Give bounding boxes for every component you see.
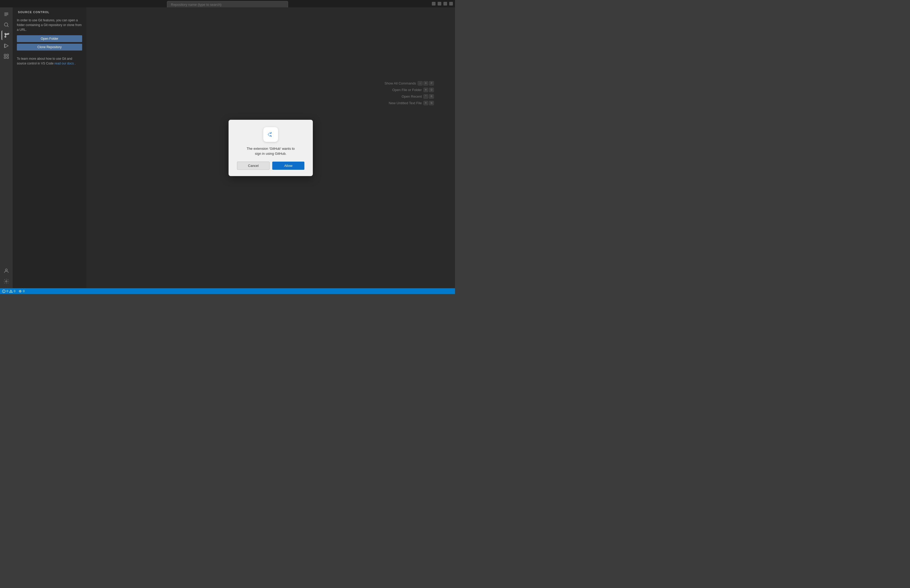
vscode-icon-container <box>263 127 278 142</box>
sidebar-item-run[interactable] <box>2 41 11 50</box>
svg-point-12 <box>5 281 7 282</box>
settings-icon[interactable] <box>2 277 11 286</box>
svg-point-4 <box>5 36 6 37</box>
dialog-buttons: Cancel Allow <box>237 162 304 170</box>
svg-line-1 <box>7 26 8 27</box>
titlebar <box>0 0 455 7</box>
main-area: Show All Commands ⇧ ⌘ P Open File or Fol… <box>86 7 455 288</box>
sidebar-item-explorer[interactable] <box>2 10 11 19</box>
clone-repository-button[interactable]: Clone Repository <box>17 44 82 50</box>
sidebar-description: In order to use Git features, you can op… <box>17 18 82 32</box>
ports-icon <box>18 289 22 293</box>
warning-icon <box>9 289 13 293</box>
svg-point-0 <box>5 23 8 26</box>
statusbar: 0 0 0 <box>0 288 455 294</box>
sidebar-item-search[interactable] <box>2 20 11 29</box>
dialog-message: The extension 'GitHub' wants to sign in … <box>247 146 295 156</box>
read-docs-link[interactable]: read our docs <box>55 61 74 65</box>
svg-point-22 <box>11 292 11 292</box>
learn-more-text: To learn more about how to use Git and s… <box>17 57 82 66</box>
repo-search-container[interactable] <box>167 1 288 8</box>
account-icon[interactable] <box>2 266 11 276</box>
split-button[interactable] <box>443 2 447 5</box>
svg-rect-8 <box>7 54 8 56</box>
svg-rect-10 <box>7 57 8 58</box>
svg-rect-9 <box>4 57 6 58</box>
sidebar-item-extensions[interactable] <box>2 52 11 61</box>
svg-marker-15 <box>270 132 272 134</box>
statusbar-ports[interactable]: 0 <box>18 289 24 293</box>
svg-marker-16 <box>270 135 272 137</box>
error-icon <box>2 289 5 293</box>
app-container: SOURCE CONTROL In order to use Git featu… <box>0 7 455 288</box>
svg-marker-5 <box>5 44 8 48</box>
activity-bar <box>0 7 13 288</box>
svg-rect-7 <box>4 54 6 56</box>
layout-button[interactable] <box>438 2 441 5</box>
close-button[interactable] <box>449 2 453 5</box>
activity-bar-bottom <box>2 266 11 288</box>
svg-marker-13 <box>268 132 270 137</box>
svg-point-11 <box>5 269 7 271</box>
sidebar-title: SOURCE CONTROL <box>13 7 86 16</box>
svg-point-3 <box>8 33 9 34</box>
titlebar-controls <box>432 2 453 5</box>
sidebar-item-source-control[interactable] <box>2 31 11 40</box>
allow-button[interactable]: Allow <box>272 162 304 170</box>
sidebar: SOURCE CONTROL In order to use Git featu… <box>13 7 86 288</box>
minimize-button[interactable] <box>432 2 435 5</box>
sidebar-content: In order to use Git features, you can op… <box>13 16 86 71</box>
vscode-logo-icon <box>266 129 276 139</box>
statusbar-errors[interactable]: 0 0 <box>2 289 15 293</box>
cancel-button[interactable]: Cancel <box>237 162 270 170</box>
repo-search-input[interactable] <box>167 1 288 8</box>
svg-marker-14 <box>272 132 274 137</box>
open-folder-button[interactable]: Open Folder <box>17 35 82 42</box>
github-signin-dialog: The extension 'GitHub' wants to sign in … <box>229 120 313 176</box>
svg-point-2 <box>5 33 6 34</box>
